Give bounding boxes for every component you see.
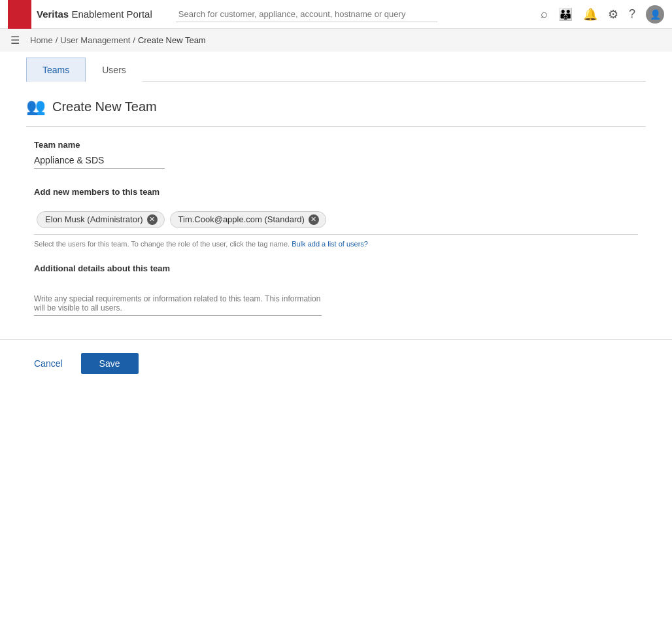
user-avatar[interactable]: 👤: [646, 5, 664, 24]
members-tags-row: Elon Musk (Administrator) ✕ Tim.Cook@app…: [34, 205, 638, 235]
logo-red-box: [8, 0, 31, 29]
breadcrumb-home[interactable]: Home: [30, 35, 53, 45]
bottom-bar: Cancel Save: [0, 339, 672, 387]
header-logo: Veritas Enablement Portal: [31, 8, 152, 20]
tab-teams[interactable]: Teams: [26, 58, 86, 82]
breadcrumb-sep-2: /: [133, 35, 135, 45]
save-button[interactable]: Save: [81, 353, 139, 374]
team-name-label: Team name: [34, 140, 638, 150]
people-search-icon[interactable]: 👪: [558, 7, 573, 22]
team-name-input[interactable]: [34, 154, 165, 169]
member-tag-tim-remove[interactable]: ✕: [309, 214, 319, 225]
search-icon[interactable]: ⌕: [541, 7, 548, 21]
form-inner: Team name Add new members to this team E…: [26, 140, 646, 316]
cancel-button[interactable]: Cancel: [26, 354, 71, 373]
additional-label: Additional details about this team: [34, 263, 638, 273]
help-icon[interactable]: ?: [629, 7, 635, 21]
member-tag-tim[interactable]: Tim.Cook@apple.com (Standard) ✕: [170, 211, 326, 228]
form-section: 👥 Create New Team Team name Add new memb…: [26, 82, 646, 329]
hint-text: Select the users for this team. To chang…: [34, 240, 638, 248]
header-icons: ⌕ 👪 🔔 ⚙ ? 👤: [541, 5, 664, 24]
tabs-bar: Teams Users: [26, 57, 646, 82]
title-divider: [26, 126, 646, 127]
breadcrumb-sep-1: /: [56, 35, 58, 45]
additional-textarea[interactable]: [34, 292, 322, 316]
breadcrumb-user-management[interactable]: User Management: [60, 35, 130, 45]
header: Veritas Enablement Portal ⌕ 👪 🔔 ⚙ ? 👤: [0, 0, 672, 29]
gear-icon[interactable]: ⚙: [608, 7, 618, 22]
add-members-label: Add new members to this team: [34, 187, 638, 197]
page-title: 👥 Create New Team: [26, 97, 646, 116]
main-content: Teams Users 👥 Create New Team Team name …: [0, 57, 672, 329]
breadcrumb-current: Create New Team: [138, 35, 206, 45]
search-input[interactable]: [176, 7, 437, 22]
logo-text: Veritas Enablement Portal: [37, 8, 152, 20]
tab-users[interactable]: Users: [86, 58, 143, 82]
member-tag-elon-remove[interactable]: ✕: [147, 214, 158, 225]
search-bar[interactable]: [176, 7, 437, 22]
member-tag-tim-label: Tim.Cook@apple.com (Standard): [178, 214, 305, 224]
member-tag-elon[interactable]: Elon Musk (Administrator) ✕: [37, 211, 165, 228]
breadcrumb-bar: ☰ Home / User Management / Create New Te…: [0, 29, 672, 52]
bell-icon[interactable]: 🔔: [583, 7, 597, 22]
team-icon: 👥: [26, 97, 46, 116]
bulk-add-link[interactable]: Bulk add a list of users?: [292, 240, 368, 248]
member-tag-elon-label: Elon Musk (Administrator): [45, 214, 143, 224]
menu-icon[interactable]: ☰: [10, 34, 20, 46]
